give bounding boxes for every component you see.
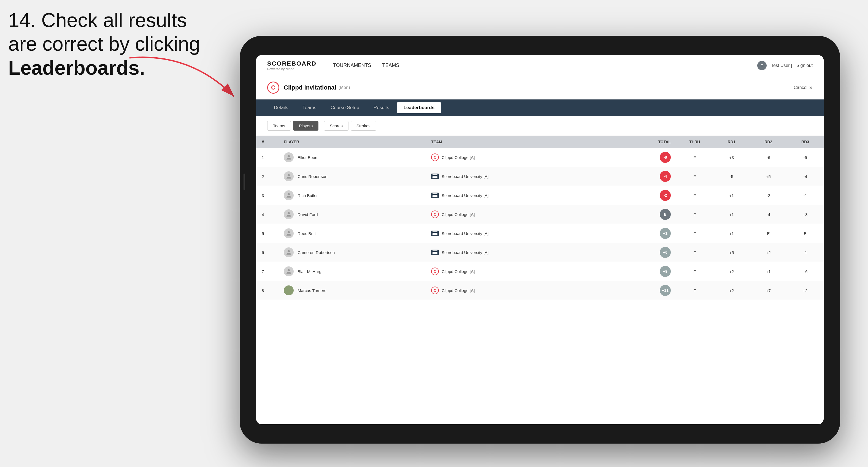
player-name: Rich Butler (298, 193, 318, 198)
team-name: Clippd College [A] (441, 269, 475, 274)
score-badge: +9 (660, 266, 671, 277)
cell-total: +9 (632, 262, 676, 281)
cell-total: +1 (632, 224, 676, 243)
svg-rect-4 (433, 176, 437, 177)
cell-total: E (632, 205, 676, 224)
cell-rank: 8 (256, 281, 278, 300)
team-name: Scoreboard University [A] (441, 231, 488, 236)
cell-rd1: +1 (713, 205, 750, 224)
player-avatar (284, 228, 293, 238)
logo-area: SCOREBOARD Powered by clippd (267, 60, 316, 71)
score-badge: -4 (660, 171, 671, 182)
table-row: 5Rees BrittScoreboard University [A]+1F+… (256, 224, 824, 243)
col-header-thru: THRU (676, 136, 713, 148)
nav-link-tournaments[interactable]: TOURNAMENTS (333, 61, 371, 69)
cell-team: Scoreboard University [A] (426, 186, 632, 205)
tablet-frame: SCOREBOARD Powered by clippd TOURNAMENTS… (240, 36, 840, 443)
player-avatar (284, 267, 293, 276)
player-avatar (284, 172, 293, 181)
signout-link[interactable]: Sign out (796, 63, 813, 68)
svg-rect-8 (433, 195, 437, 196)
cell-thru: F (676, 243, 713, 262)
cell-team: CClippd College [A] (426, 262, 632, 281)
top-nav: SCOREBOARD Powered by clippd TOURNAMENTS… (256, 55, 824, 76)
player-name: Cameron Robertson (298, 250, 335, 255)
cancel-button[interactable]: Cancel ✕ (794, 85, 813, 90)
cell-thru: F (676, 224, 713, 243)
team-logo (431, 174, 439, 179)
cell-team: Scoreboard University [A] (426, 167, 632, 186)
nav-right: T Test User | Sign out (757, 61, 813, 70)
cell-rd3: -1 (787, 243, 824, 262)
svg-rect-17 (433, 252, 437, 253)
tablet-screen: SCOREBOARD Powered by clippd TOURNAMENTS… (256, 55, 824, 424)
team-logo (431, 230, 439, 236)
cell-team: Scoreboard University [A] (426, 224, 632, 243)
table-header: # PLAYER TEAM TOTAL THRU RD1 RD2 RD3 (256, 136, 824, 148)
cell-rank: 2 (256, 167, 278, 186)
tab-results[interactable]: Results (367, 102, 396, 113)
tournament-subtitle: (Men) (339, 85, 350, 90)
player-avatar (284, 152, 293, 162)
team-name: Scoreboard University [A] (441, 250, 488, 255)
cell-team: Scoreboard University [A] (426, 243, 632, 262)
filter-players[interactable]: Players (293, 121, 318, 131)
score-badge: -8 (660, 152, 671, 163)
cell-rank: 6 (256, 243, 278, 262)
team-name: Clippd College [A] (441, 155, 475, 160)
tab-leaderboards[interactable]: Leaderboards (397, 102, 441, 113)
col-header-rd1: RD1 (713, 136, 750, 148)
tournament-title: Clippd Invitational (284, 84, 336, 91)
svg-rect-3 (433, 175, 437, 175)
cell-rd2: +7 (750, 281, 787, 300)
score-badge: E (660, 209, 671, 220)
tournament-icon: C (267, 82, 279, 94)
tabs-bar: Details Teams Course Setup Results Leade… (256, 99, 824, 116)
tab-details[interactable]: Details (267, 102, 295, 113)
logo-sub: Powered by clippd (267, 67, 316, 71)
cell-player: Chris Robertson (278, 167, 426, 186)
user-avatar: T (757, 61, 767, 70)
col-header-player: PLAYER (278, 136, 426, 148)
svg-point-1 (287, 155, 290, 157)
tab-teams[interactable]: Teams (296, 102, 323, 113)
cell-rd3: +2 (787, 281, 824, 300)
cell-team: CClippd College [A] (426, 281, 632, 300)
team-logo: C (431, 211, 439, 218)
cell-team: CClippd College [A] (426, 148, 632, 167)
player-avatar (284, 209, 293, 219)
cell-player: Blair McHarg (278, 262, 426, 281)
cell-player: David Ford (278, 205, 426, 224)
cell-rd3: -1 (787, 186, 824, 205)
cell-total: -4 (632, 167, 676, 186)
cell-rd2: +5 (750, 167, 787, 186)
cell-rd2: E (750, 224, 787, 243)
table-row: 8Marcus TurnersCClippd College [A]+11F+2… (256, 281, 824, 300)
cell-rd1: +3 (713, 148, 750, 167)
tab-course-setup[interactable]: Course Setup (324, 102, 366, 113)
player-avatar (284, 285, 293, 295)
table-row: 2Chris RobertsonScoreboard University [A… (256, 167, 824, 186)
svg-point-6 (287, 193, 290, 195)
player-name: David Ford (298, 212, 318, 217)
filter-strokes[interactable]: Strokes (351, 121, 376, 131)
col-header-total: TOTAL (632, 136, 676, 148)
cell-rd2: -2 (750, 186, 787, 205)
filter-teams[interactable]: Teams (267, 121, 291, 131)
logo-text: SCOREBOARD (267, 60, 316, 67)
cell-team: CClippd College [A] (426, 205, 632, 224)
cell-player: Rees Britt (278, 224, 426, 243)
team-name: Clippd College [A] (441, 212, 475, 217)
cell-rank: 1 (256, 148, 278, 167)
filter-scores[interactable]: Scores (324, 121, 348, 131)
cell-rd1: +1 (713, 186, 750, 205)
cell-rd1: +1 (713, 224, 750, 243)
nav-link-teams[interactable]: TEAMS (382, 61, 399, 69)
cell-player: Marcus Turners (278, 281, 426, 300)
svg-point-2 (287, 174, 290, 176)
svg-point-11 (287, 231, 290, 234)
leaderboard-table: # PLAYER TEAM TOTAL THRU RD1 RD2 RD3 1El… (256, 136, 824, 300)
svg-rect-7 (433, 193, 437, 194)
svg-rect-16 (433, 250, 437, 251)
score-badge: +1 (660, 228, 671, 239)
